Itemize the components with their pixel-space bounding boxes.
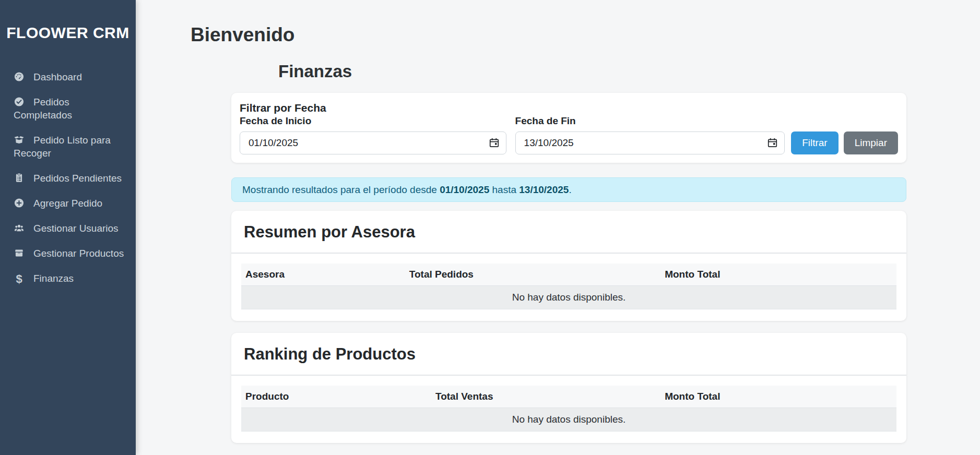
ranking-productos-card: Ranking de Productos Producto Total Vent… [231,333,906,443]
resumen-asesora-table: Asesora Total Pedidos Monto Total No hay… [241,264,896,309]
plus-circle-icon [14,198,25,208]
column-header-total-ventas: Total Ventas [431,386,660,408]
ranking-productos-table: Producto Total Ventas Monto Total No hay… [241,386,896,432]
app-title: FLOOWER CRM [0,24,136,42]
page-title: Bienvenido [191,24,980,46]
sidebar-item-pedido-listo[interactable]: Pedido Listo para Recoger [0,128,136,166]
sidebar-item-gestionar-productos[interactable]: Gestionar Productos [0,241,136,266]
filter-card: Filtrar por Fecha Fecha de Inicio Fecha … [231,93,906,163]
filter-buttons: Filtrar Limpiar [791,131,898,154]
column-header-monto-total: Monto Total [660,386,896,408]
sidebar-item-label: Agregar Pedido [33,198,102,209]
sidebar-item-label: Gestionar Productos [33,248,124,259]
finanzas-section: Finanzas Filtrar por Fecha Fecha de Inic… [231,62,906,443]
main-content: Bienvenido Finanzas Filtrar por Fecha Fe… [136,0,980,443]
sidebar-item-dashboard[interactable]: Dashboard [0,65,136,90]
sidebar-item-label: Dashboard [33,71,82,82]
calendar-icon[interactable] [489,137,500,148]
card-header: Resumen por Asesora [231,211,906,254]
check-circle-icon [14,97,25,107]
column-header-asesora: Asesora [241,264,405,286]
empty-state-row: No hay datos disponibles. [241,286,896,309]
sidebar: FLOOWER CRM Dashboard Pedidos Completado… [0,0,136,455]
box-icon [14,248,25,258]
card-header: Ranking de Productos [231,333,906,376]
column-header-monto-total: Monto Total [660,264,896,286]
sidebar-item-gestionar-usuarios[interactable]: Gestionar Usuarios [0,216,136,241]
end-date-input[interactable] [515,131,785,154]
app-window: FLOOWER CRM Dashboard Pedidos Completado… [0,0,980,455]
alert-text: hasta [489,184,519,195]
column-header-producto: Producto [241,386,431,408]
sidebar-item-pedidos-pendientes[interactable]: Pedidos Pendientes [0,166,136,191]
empty-state-row: No hay datos disponibles. [241,408,896,432]
table-header-row: Asesora Total Pedidos Monto Total [241,264,896,286]
clipboard-list-icon [14,173,25,183]
alert-text: Mostrando resultados para el período des… [242,184,440,195]
resumen-card-title: Resumen por Asesora [244,223,894,242]
sidebar-item-agregar-pedido[interactable]: Agregar Pedido [0,191,136,216]
sidebar-item-label: Pedido Listo para Recoger [14,135,111,159]
box-open-icon [14,135,25,145]
start-date-label: Fecha de Inicio [240,115,506,127]
limpiar-button[interactable]: Limpiar [844,131,898,154]
alert-text: . [569,184,571,195]
alert-end-date: 13/10/2025 [519,184,569,195]
filter-card-title: Filtrar por Fecha [240,102,898,114]
card-body: Asesora Total Pedidos Monto Total No hay… [231,254,906,321]
section-title: Finanzas [278,62,906,81]
empty-message: No hay datos disponibles. [241,408,896,432]
table-header-row: Producto Total Ventas Monto Total [241,386,896,408]
sidebar-item-label: Finanzas [33,273,74,284]
sidebar-item-finanzas[interactable]: $Finanzas [0,266,136,292]
tachometer-icon [14,71,25,82]
end-date-label: Fecha de Fin [515,115,785,127]
dollar-sign-icon: $ [14,272,25,285]
calendar-icon[interactable] [767,137,778,148]
sidebar-nav: Dashboard Pedidos Completados Pedido Lis… [0,65,136,292]
card-body: Producto Total Ventas Monto Total No hay… [231,376,906,443]
start-date-field: Fecha de Inicio [240,115,506,154]
start-date-input[interactable] [240,131,506,154]
sidebar-item-label: Gestionar Usuarios [33,223,119,234]
alert-start-date: 01/10/2025 [440,184,489,195]
users-icon [14,223,25,233]
end-date-field: Fecha de Fin [515,115,785,154]
date-range-alert: Mostrando resultados para el período des… [231,177,906,202]
sidebar-item-label: Pedidos Pendientes [33,173,122,184]
ranking-card-title: Ranking de Productos [244,345,894,364]
sidebar-item-pedidos-completados[interactable]: Pedidos Completados [0,90,136,128]
empty-message: No hay datos disponibles. [241,286,896,309]
column-header-total-pedidos: Total Pedidos [405,264,660,286]
resumen-asesora-card: Resumen por Asesora Asesora Total Pedido… [231,211,906,321]
filtrar-button[interactable]: Filtrar [791,131,839,154]
